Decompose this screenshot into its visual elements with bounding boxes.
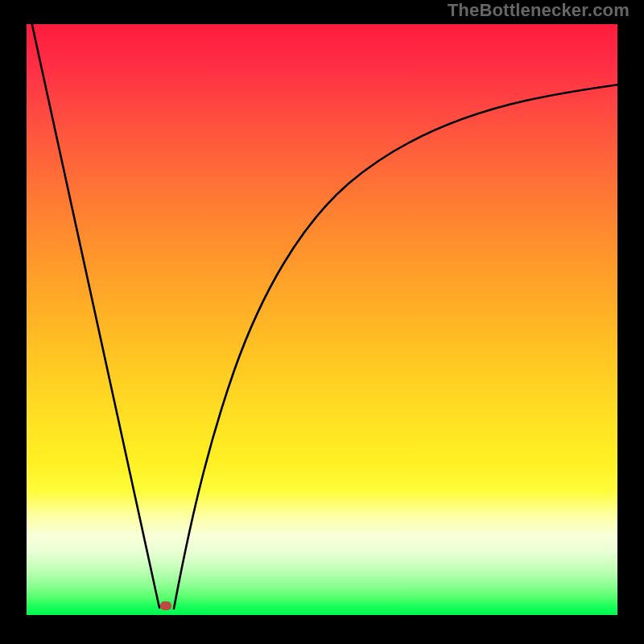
current-config-marker <box>160 601 171 610</box>
watermark-text: TheBottlenecker.com <box>448 0 630 21</box>
bottleneck-curve <box>27 24 617 615</box>
chart-gradient-plot-area <box>27 24 617 615</box>
